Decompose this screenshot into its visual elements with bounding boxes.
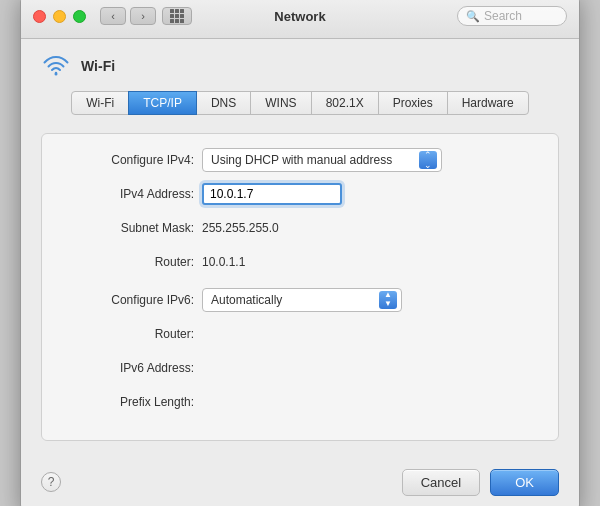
tab-bar: Wi-Fi TCP/IP DNS WINS 802.1X Proxies Har… [41, 91, 559, 115]
prefix-length-row: Prefix Length: [62, 390, 538, 414]
cancel-button[interactable]: Cancel [402, 469, 480, 496]
configure-ipv6-label: Configure IPv6: [62, 293, 202, 307]
forward-button[interactable]: › [130, 7, 156, 25]
subnet-mask-row: Subnet Mask: 255.255.255.0 [62, 216, 538, 240]
svg-point-0 [55, 72, 58, 75]
wifi-label: Wi-Fi [81, 58, 115, 74]
grid-icon [170, 9, 184, 23]
router-value: 10.0.1.1 [202, 255, 245, 269]
configure-ipv6-row: Configure IPv6: Automatically ▲▼ [62, 288, 538, 312]
wifi-icon [41, 55, 71, 77]
ipv4-address-label: IPv4 Address: [62, 187, 202, 201]
help-button[interactable]: ? [41, 472, 61, 492]
configure-ipv4-label: Configure IPv4: [62, 153, 202, 167]
action-buttons: Cancel OK [402, 469, 559, 496]
ipv4-address-row: IPv4 Address: [62, 182, 538, 206]
maximize-button[interactable] [73, 10, 86, 23]
search-placeholder: Search [484, 9, 522, 23]
grid-view-button[interactable] [162, 7, 192, 25]
router-label: Router: [62, 255, 202, 269]
ipv6-address-label: IPv6 Address: [62, 361, 202, 375]
search-icon: 🔍 [466, 10, 480, 23]
tab-hardware[interactable]: Hardware [447, 91, 529, 115]
back-button[interactable]: ‹ [100, 7, 126, 25]
search-bar[interactable]: 🔍 Search [457, 6, 567, 26]
tab-proxies[interactable]: Proxies [378, 91, 448, 115]
form-area: Configure IPv4: Using DHCP with manual a… [41, 133, 559, 441]
router-row: Router: 10.0.1.1 [62, 250, 538, 274]
configure-ipv4-select[interactable]: Using DHCP with manual address ⌃⌄ [202, 148, 442, 172]
minimize-button[interactable] [53, 10, 66, 23]
ipv6-address-row: IPv6 Address: [62, 356, 538, 380]
nav-buttons: ‹ › [100, 7, 156, 25]
traffic-lights [33, 10, 86, 23]
router6-label: Router: [62, 327, 202, 341]
router6-row: Router: [62, 322, 538, 346]
configure-ipv4-row: Configure IPv4: Using DHCP with manual a… [62, 148, 538, 172]
wifi-header: Wi-Fi [41, 55, 559, 77]
tab-wifi[interactable]: Wi-Fi [71, 91, 129, 115]
title-bar: ‹ › Network 🔍 Search [21, 0, 579, 39]
ipv4-address-input[interactable] [202, 183, 342, 205]
tab-tcpip[interactable]: TCP/IP [128, 91, 197, 115]
ok-button[interactable]: OK [490, 469, 559, 496]
window-title: Network [274, 9, 325, 24]
tab-dns[interactable]: DNS [196, 91, 251, 115]
subnet-mask-label: Subnet Mask: [62, 221, 202, 235]
subnet-mask-value: 255.255.255.0 [202, 221, 279, 235]
tab-wins[interactable]: WINS [250, 91, 311, 115]
select-arrow-ipv6-icon: ▲▼ [379, 291, 397, 309]
network-window: ‹ › Network 🔍 Search [20, 0, 580, 506]
configure-ipv6-select[interactable]: Automatically ▲▼ [202, 288, 402, 312]
prefix-length-label: Prefix Length: [62, 395, 202, 409]
close-button[interactable] [33, 10, 46, 23]
bottom-bar: ? Cancel OK [21, 457, 579, 507]
select-arrow-icon: ⌃⌄ [419, 151, 437, 169]
tab-8021x[interactable]: 802.1X [311, 91, 379, 115]
content-area: Wi-Fi Wi-Fi TCP/IP DNS WINS 802.1X Proxi… [21, 39, 579, 457]
